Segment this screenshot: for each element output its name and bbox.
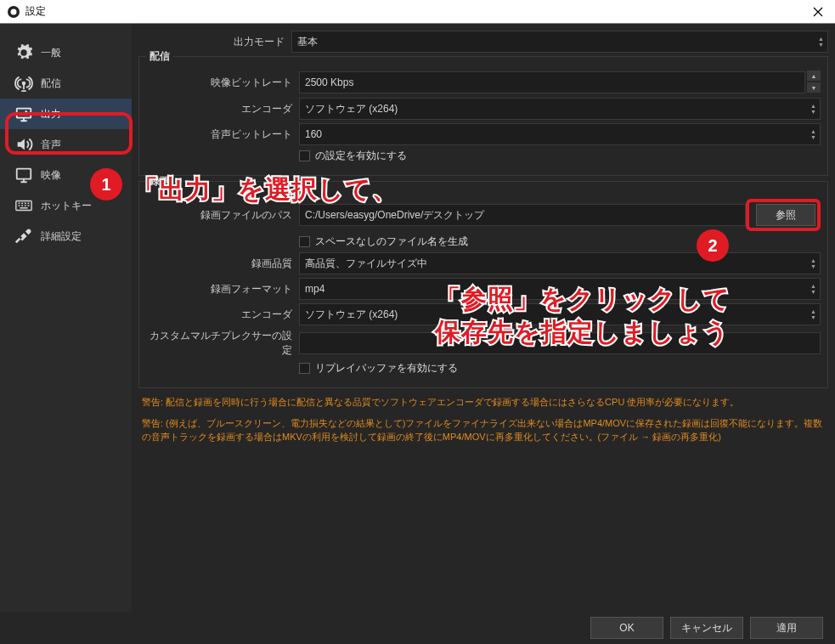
speaker-icon (12, 134, 36, 155)
chevron-updown-icon: ▲▼ (810, 103, 816, 115)
audio-bitrate-select[interactable]: 160▲▼ (299, 123, 821, 145)
dialog-footer: OK キャンセル 適用 (0, 612, 835, 644)
warning-text-1: 警告: 配信と録画を同時に行う場合に配信と異なる品質でソフトウェアエンコーダで録… (142, 395, 825, 410)
video-bitrate-label: 映像ビットレート (146, 76, 299, 90)
app-icon (7, 5, 20, 19)
streaming-group: 配信 映像ビットレート 2500 Kbps ▲▼ エンコーダ ソフトウェア (x… (138, 56, 828, 176)
quality-select[interactable]: 高品質、ファイルサイズ中▲▼ (299, 252, 821, 274)
ok-button[interactable]: OK (590, 617, 663, 639)
stream-encoder-select[interactable]: ソフトウェア (x264)▲▼ (299, 98, 821, 120)
video-bitrate-input[interactable]: 2500 Kbps (299, 71, 805, 93)
record-path-input[interactable]: C:/Users/easyg/OneDrive/デスクトップ (299, 204, 746, 226)
sidebar-item-output[interactable]: 出力 (0, 99, 132, 129)
output-mode-label: 出力モード (138, 35, 291, 49)
apply-button[interactable]: 適用 (750, 617, 823, 639)
chevron-updown-icon: ▲▼ (810, 257, 816, 269)
audio-bitrate-label: 音声ビットレート (146, 127, 299, 142)
sidebar-label: 詳細設定 (41, 229, 82, 244)
replay-buffer-checkbox[interactable] (299, 363, 310, 374)
annotation-callout-2: 「参照」をクリックして 保存先を指定しましょう (435, 282, 731, 348)
format-label: 録画フォーマット (146, 282, 299, 297)
tools-icon (12, 226, 36, 246)
bitrate-spin[interactable]: ▲▼ (807, 71, 821, 94)
svg-rect-4 (17, 169, 31, 179)
advanced-encoder-checkbox[interactable] (299, 150, 310, 161)
sidebar-item-stream[interactable]: 配信 (0, 68, 132, 99)
record-path-label: 録画ファイルのパス (146, 208, 299, 223)
muxer-label: カスタムマルチプレクサーの設定 (146, 329, 299, 358)
gear-icon (12, 42, 36, 63)
encoder-label: エンコーダ (146, 102, 299, 116)
settings-sidebar: 一般 配信 出力 音声 映像 ホットキー 詳細設定 (0, 24, 132, 612)
warning-text-2: 警告: (例えば、ブルースクリーン、電力損失などの結果として)ファイルをファイナ… (142, 416, 825, 444)
chevron-updown-icon: ▲▼ (810, 128, 816, 140)
output-icon (12, 104, 36, 124)
sidebar-item-audio[interactable]: 音声 (0, 129, 132, 160)
group-title: 配信 (146, 49, 173, 64)
chevron-updown-icon: ▲▼ (810, 308, 816, 320)
sidebar-label: 映像 (41, 168, 61, 183)
chevron-updown-icon: ▲▼ (818, 36, 824, 48)
annotation-badge-2: 2 (697, 229, 729, 262)
replay-buffer-label: リプレイバッファを有効にする (315, 361, 458, 376)
sidebar-item-general[interactable]: 一般 (0, 37, 132, 68)
annotation-highlight-browse: 参照 (746, 199, 821, 231)
advanced-encoder-label: の設定を有効にする (315, 149, 407, 163)
sidebar-label: 音声 (41, 138, 61, 152)
browse-button[interactable]: 参照 (756, 204, 815, 226)
sidebar-label: 一般 (41, 46, 61, 60)
output-mode-select[interactable]: 基本 ▲▼ (291, 31, 828, 53)
monitor-icon (12, 165, 36, 185)
sidebar-item-advanced[interactable]: 詳細設定 (0, 221, 132, 251)
annotation-callout-1: 「出力」を選択して、 (133, 172, 398, 206)
chevron-updown-icon: ▲▼ (810, 283, 816, 295)
quality-label: 録画品質 (146, 257, 299, 271)
close-icon[interactable] (801, 0, 835, 24)
sidebar-label: 配信 (41, 76, 61, 91)
nospace-checkbox[interactable] (299, 236, 310, 247)
antenna-icon (12, 73, 36, 93)
rec-encoder-label: エンコーダ (146, 308, 299, 322)
keyboard-icon (12, 195, 36, 216)
window-title: 設定 (25, 4, 46, 19)
annotation-badge-1: 1 (90, 168, 122, 201)
sidebar-label: 出力 (41, 107, 61, 121)
cancel-button[interactable]: キャンセル (670, 617, 743, 639)
nospace-label: スペースなしのファイル名を生成 (315, 234, 468, 249)
window-titlebar: 設定 (0, 0, 835, 24)
sidebar-label: ホットキー (41, 199, 92, 213)
svg-point-1 (11, 8, 17, 14)
